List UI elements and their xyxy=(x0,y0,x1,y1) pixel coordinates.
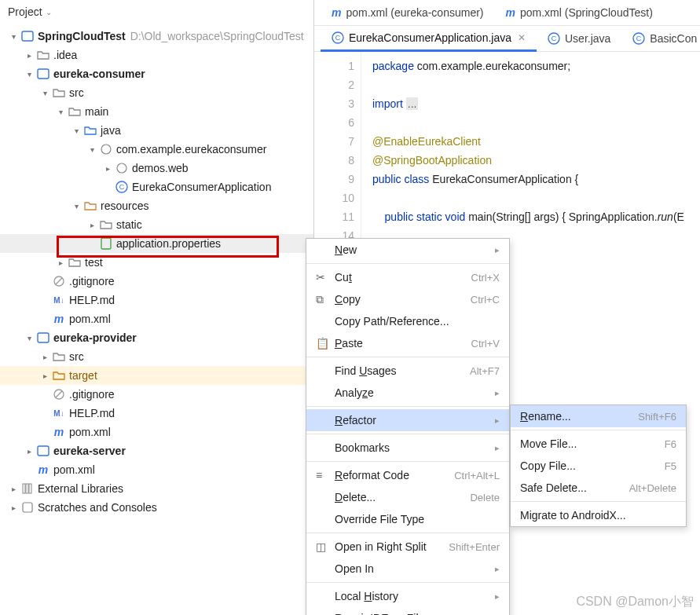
library-icon xyxy=(20,482,35,495)
tree-label: com.example.eurekaconsumer xyxy=(116,143,266,156)
menu-item-repair[interactable]: Repair IDE on File xyxy=(306,607,509,615)
tree-label: External Libraries xyxy=(38,482,123,495)
menu-item-copy-path[interactable]: Copy Path/Reference... xyxy=(306,310,509,332)
tree-label: Scratches and Consoles xyxy=(38,501,157,514)
chevron-right-icon[interactable]: ▸ xyxy=(102,164,113,173)
chevron-down-icon[interactable]: ▾ xyxy=(24,334,35,342)
tree-item[interactable]: M↓HELP.md xyxy=(0,404,313,423)
tree-item[interactable]: .gitignore xyxy=(0,272,313,291)
project-header[interactable]: Project ⌄ xyxy=(0,0,313,24)
tab-pom-consumer[interactable]: mpom.xml (eureka-consumer) xyxy=(321,0,495,26)
menu-shortcut: Ctrl+V xyxy=(471,338,500,350)
menu-item-bookmarks[interactable]: Bookmarks▸ xyxy=(306,437,509,459)
gitignore-icon xyxy=(52,275,66,287)
menu-item-copy[interactable]: ⧉CopyCtrl+C xyxy=(306,288,509,310)
code-keyword: public class xyxy=(372,173,432,185)
watermark: CSDN @Damon小智 xyxy=(576,594,694,610)
menu-item-move[interactable]: Move File...F6 xyxy=(511,433,686,455)
package-icon xyxy=(115,162,129,174)
paste-icon: 📋 xyxy=(316,337,330,350)
tab-label: BasicCon xyxy=(650,32,697,45)
tab-app-java[interactable]: CEurekaConsumerApplication.java✕ xyxy=(321,26,537,52)
tree-root[interactable]: ▾ SpringCloudTest D:\Old_workspace\Sprin… xyxy=(0,27,313,46)
code-editor[interactable]: 1 2 3 6 7 8 9 10 11 14 15 package com.ex… xyxy=(314,52,700,264)
tree-item[interactable]: mpom.xml xyxy=(0,423,313,441)
menu-item-open-in[interactable]: Open In▸ xyxy=(306,558,509,580)
menu-item-reformat[interactable]: ≡Reformat CodeCtrl+Alt+L xyxy=(306,464,509,486)
chevron-right-icon[interactable]: ▸ xyxy=(24,447,35,456)
menu-item-copy-file[interactable]: Copy File...F5 xyxy=(511,455,686,477)
menu-item-refactor[interactable]: Refactor▸ xyxy=(306,409,509,431)
tree-item-selected[interactable]: application.properties xyxy=(0,234,313,253)
menu-item-new[interactable]: New▸ xyxy=(306,239,509,261)
tab-pom-root[interactable]: mpom.xml (SpringCloudTest) xyxy=(495,0,664,26)
tree-item[interactable]: ▸.idea xyxy=(0,46,313,64)
menu-item-rename[interactable]: Rename...Shift+F6 xyxy=(511,405,686,427)
tree-item[interactable]: ▸static xyxy=(0,215,313,234)
tree-item[interactable]: mpom.xml xyxy=(0,460,313,479)
chevron-down-icon[interactable]: ▾ xyxy=(71,202,82,210)
line-number: 9 xyxy=(314,170,354,189)
chevron-right-icon[interactable]: ▸ xyxy=(39,372,50,380)
tree-item[interactable]: ▾com.example.eurekaconsumer xyxy=(0,140,313,159)
chevron-down-icon[interactable]: ▾ xyxy=(71,126,82,135)
tree-item[interactable]: ▸eureka-server xyxy=(0,441,313,460)
tree-item[interactable]: ▸demos.web xyxy=(0,159,313,178)
tree-item[interactable]: ▾eureka-provider xyxy=(0,328,313,347)
folder-icon xyxy=(68,256,82,269)
tree-item[interactable]: ▾java xyxy=(0,121,313,140)
tree-item[interactable]: ▸test xyxy=(0,253,313,272)
line-number: 2 xyxy=(314,75,354,94)
tree-item[interactable]: ▾main xyxy=(0,102,313,121)
tree-item[interactable]: ▸Scratches and Consoles xyxy=(0,498,313,517)
menu-item-paste[interactable]: 📋PasteCtrl+V xyxy=(306,332,509,354)
tree-label: HELP.md xyxy=(69,294,115,306)
submenu-icon: ▸ xyxy=(495,591,500,602)
chevron-right-icon[interactable]: ▸ xyxy=(8,485,19,493)
menu-label: Find Usages xyxy=(335,364,397,377)
svg-line-11 xyxy=(56,391,62,397)
menu-item-override[interactable]: Override File Type xyxy=(306,508,509,530)
tree-label: HELP.md xyxy=(69,407,115,419)
tree-item[interactable]: ▾src xyxy=(0,83,313,102)
menu-item-cut[interactable]: ✂CutCtrl+X xyxy=(306,266,509,288)
chevron-right-icon[interactable]: ▸ xyxy=(86,221,97,229)
tree-item[interactable]: ▸src xyxy=(0,347,313,366)
chevron-down-icon[interactable]: ▾ xyxy=(55,108,66,116)
menu-item-delete[interactable]: Delete...Delete xyxy=(306,486,509,508)
menu-item-migrate[interactable]: Migrate to AndroidX... xyxy=(511,504,686,526)
tree-item[interactable]: mpom.xml xyxy=(0,309,313,328)
code-lines[interactable]: package com.example.eurekaconsumer; impo… xyxy=(361,52,684,264)
chevron-right-icon[interactable]: ▸ xyxy=(55,258,66,267)
submenu-icon: ▸ xyxy=(495,245,500,255)
close-icon[interactable]: ✕ xyxy=(518,32,526,43)
menu-item-split[interactable]: ◫Open in Right SplitShift+Enter xyxy=(306,536,509,558)
menu-label: Safe Delete... xyxy=(520,481,587,494)
tab-user-java[interactable]: CUser.java xyxy=(537,26,621,52)
chevron-down-icon[interactable]: ▾ xyxy=(86,145,97,154)
chevron-down-icon[interactable]: ▾ xyxy=(24,70,35,79)
tree-item[interactable]: ▾eureka-consumer xyxy=(0,64,313,83)
menu-item-analyze[interactable]: Analyze▸ xyxy=(306,382,509,404)
tree-item[interactable]: ▸External Libraries xyxy=(0,479,313,498)
menu-item-safe-delete[interactable]: Safe Delete...Alt+Delete xyxy=(511,477,686,499)
tree-item[interactable]: .gitignore xyxy=(0,385,313,404)
menu-separator xyxy=(306,434,509,434)
menu-item-history[interactable]: Local History▸ xyxy=(306,585,509,607)
tree-item[interactable]: ▾resources xyxy=(0,196,313,215)
tab-label: pom.xml (eureka-consumer) xyxy=(346,6,483,19)
chevron-right-icon[interactable]: ▸ xyxy=(24,51,35,60)
tree-item[interactable]: M↓HELP.md xyxy=(0,291,313,309)
chevron-right-icon[interactable]: ▸ xyxy=(39,353,50,361)
chevron-right-icon[interactable]: ▸ xyxy=(8,503,19,512)
code-fold[interactable]: ... xyxy=(406,97,419,110)
chevron-down-icon[interactable]: ▾ xyxy=(39,89,50,97)
chevron-down-icon: ⌄ xyxy=(46,8,52,16)
menu-shortcut: Delete xyxy=(470,492,500,503)
chevron-down-icon[interactable]: ▾ xyxy=(8,32,19,41)
tab-basic[interactable]: CBasicCon xyxy=(621,26,700,52)
menu-item-find-usages[interactable]: Find UsagesAlt+F7 xyxy=(306,360,509,382)
tree-item[interactable]: ▸target xyxy=(0,366,313,385)
class-icon: C xyxy=(632,32,645,45)
tree-item[interactable]: CEurekaConsumerApplication xyxy=(0,178,313,196)
